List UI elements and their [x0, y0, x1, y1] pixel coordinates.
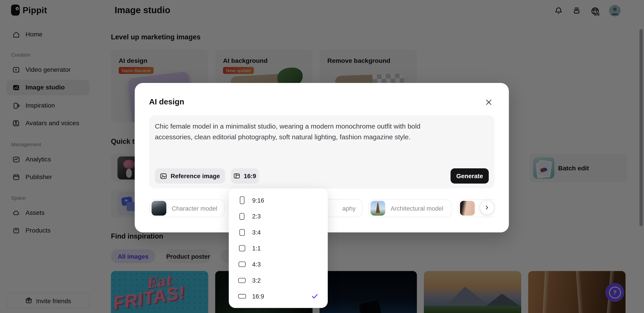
reference-image-button[interactable]: Reference image: [155, 168, 225, 184]
chip-thumbnail: [370, 201, 385, 216]
ratio-option-16-9[interactable]: 16:9: [229, 288, 328, 304]
ratio-option-label: 4:3: [252, 261, 261, 268]
ratio-option-4-3[interactable]: 4:3: [229, 256, 328, 272]
ratio-option-3-4[interactable]: 3:4: [229, 224, 328, 240]
ratio-option-2-3[interactable]: 2:3: [229, 208, 328, 224]
ratio-9-16-icon: [238, 196, 246, 204]
prompt-textarea[interactable]: Chic female model in a minimalist studio…: [149, 115, 495, 188]
chip-label: aphy: [342, 205, 356, 212]
ratio-option-label: 16:9: [252, 293, 264, 300]
app-window: Pippit Home Creation Video generator Ima…: [0, 0, 644, 313]
ratio-option-label: 3:4: [252, 229, 261, 236]
chip-architectural-model[interactable]: Architectural model: [368, 199, 452, 217]
chip-character-model[interactable]: Character model: [150, 199, 225, 217]
aspect-ratio-button[interactable]: 16:9: [231, 168, 259, 184]
chip-thumbnail: [460, 201, 475, 216]
selected-check-icon: [311, 292, 319, 300]
aspect-ratio-dropdown: 9:16 2:3 3:4 1:1 4:3 3:2 16:9: [229, 188, 328, 308]
modal-title: AI design: [149, 97, 184, 106]
reference-image-label: Reference image: [170, 172, 220, 179]
chip-label: Architectural model: [391, 205, 444, 212]
ratio-option-label: 2:3: [252, 212, 261, 220]
ratio-option-label: 1:1: [252, 245, 261, 252]
chip-thumbnail: [152, 201, 166, 216]
chips-scroll-right-button[interactable]: [480, 201, 494, 214]
ratio-option-3-2[interactable]: 3:2: [229, 272, 328, 288]
ratio-option-9-16[interactable]: 9:16: [229, 192, 328, 208]
ratio-3-2-icon: [238, 278, 246, 283]
ratio-4-3-icon: [238, 262, 246, 267]
chip-label: Character model: [172, 205, 217, 212]
ratio-2-3-icon: [238, 213, 246, 219]
close-icon[interactable]: [484, 98, 493, 106]
generate-label: Generate: [456, 172, 483, 179]
ratio-1-1-icon: [238, 245, 246, 252]
image-icon: [160, 172, 167, 180]
ratio-3-4-icon: [238, 229, 246, 236]
aspect-ratio-icon: [234, 172, 240, 179]
aspect-ratio-value: 16:9: [244, 172, 256, 179]
generate-button[interactable]: Generate: [450, 168, 489, 184]
ratio-option-label: 3:2: [252, 277, 261, 284]
ratio-16-9-icon: [238, 294, 246, 298]
ratio-option-label: 9:16: [252, 197, 264, 204]
prompt-text: Chic female model in a minimalist studio…: [155, 121, 450, 142]
ratio-option-1-1[interactable]: 1:1: [229, 240, 328, 256]
